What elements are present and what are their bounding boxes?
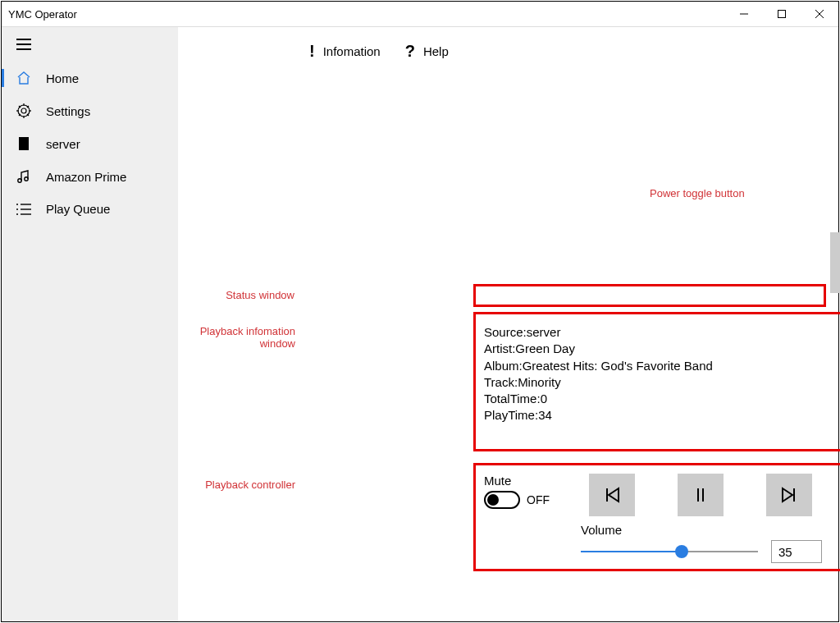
pause-icon: [691, 485, 710, 505]
svg-point-4: [21, 108, 26, 113]
mute-state: OFF: [527, 493, 550, 506]
svg-rect-1: [778, 11, 786, 18]
tab-information[interactable]: ! Infomation: [309, 42, 381, 61]
annotation-playback-info: Playback infomation window: [190, 325, 295, 350]
minimize-button[interactable]: [725, 2, 763, 26]
sidebar-item-server[interactable]: server: [2, 127, 178, 160]
sidebar-item-play-queue[interactable]: Play Queue: [2, 193, 178, 225]
label-playtime: PlayTime:: [484, 408, 538, 422]
skip-previous-icon: [602, 485, 622, 505]
mute-toggle[interactable]: [484, 491, 520, 509]
label-artist: Artist:: [484, 341, 515, 355]
mute-label: Mute: [484, 474, 566, 488]
maximize-button[interactable]: [763, 2, 801, 26]
value-playtime: 34: [538, 408, 552, 422]
value-album: Greatest Hits: God's Favorite Band: [523, 359, 713, 373]
sidebar-item-label: Home: [46, 71, 79, 85]
tab-help[interactable]: ? Help: [405, 42, 449, 61]
hamburger-menu-button[interactable]: [2, 35, 178, 62]
hamburger-icon: [16, 39, 31, 50]
power-toggle-button[interactable]: Power: [830, 232, 840, 293]
info-icon: !: [309, 42, 315, 61]
window-title: YMC Operator: [8, 8, 77, 21]
help-icon: ?: [405, 42, 415, 61]
server-icon: [16, 136, 31, 151]
svg-marker-24: [609, 488, 619, 502]
playback-information-window: Source:server Artist:Green Day Album:Gre…: [473, 312, 840, 451]
sidebar-item-label: Play Queue: [46, 202, 110, 216]
value-source: server: [527, 325, 561, 339]
skip-next-icon: [779, 485, 799, 505]
sidebar: Home Settings server: [2, 27, 178, 621]
annotation-power: Power toggle button: [650, 187, 745, 199]
main-content: ! Infomation ? Help Power toggle button …: [178, 27, 838, 621]
annotation-status: Status window: [203, 289, 294, 301]
sidebar-item-home[interactable]: Home: [2, 62, 178, 94]
label-track: Track:: [484, 375, 518, 389]
music-icon: [16, 169, 31, 184]
annotation-playback-controller: Playback controller: [190, 479, 295, 491]
tab-label: Help: [423, 44, 449, 58]
sidebar-item-amazon-prime[interactable]: Amazon Prime: [2, 160, 178, 193]
list-icon: [16, 204, 31, 215]
home-icon: [16, 71, 31, 85]
gear-icon: [16, 103, 31, 118]
volume-label: Volume: [581, 523, 822, 537]
value-artist: Green Day: [515, 341, 575, 355]
close-button[interactable]: [801, 2, 838, 26]
pause-button[interactable]: [678, 474, 724, 516]
value-totaltime: 0: [541, 392, 547, 405]
sidebar-item-settings[interactable]: Settings: [2, 94, 178, 127]
label-album: Album:: [484, 359, 523, 373]
status-window: [473, 284, 826, 307]
previous-track-button[interactable]: [589, 474, 635, 516]
label-source: Source:: [484, 325, 527, 339]
sidebar-item-label: server: [46, 137, 80, 151]
playback-controller: Mute OFF: [473, 463, 840, 571]
volume-value: 35: [778, 545, 792, 559]
tab-label: Infomation: [323, 44, 381, 58]
sidebar-item-label: Amazon Prime: [46, 170, 126, 184]
sidebar-item-label: Settings: [46, 104, 90, 118]
volume-slider[interactable]: [581, 551, 758, 552]
active-indicator: [2, 69, 4, 87]
volume-value-input[interactable]: 35: [771, 540, 822, 563]
svg-rect-14: [19, 137, 29, 150]
label-totaltime: TotalTime:: [484, 392, 541, 405]
value-track: Minority: [518, 375, 561, 389]
svg-marker-27: [783, 488, 792, 502]
next-track-button[interactable]: [766, 474, 812, 516]
